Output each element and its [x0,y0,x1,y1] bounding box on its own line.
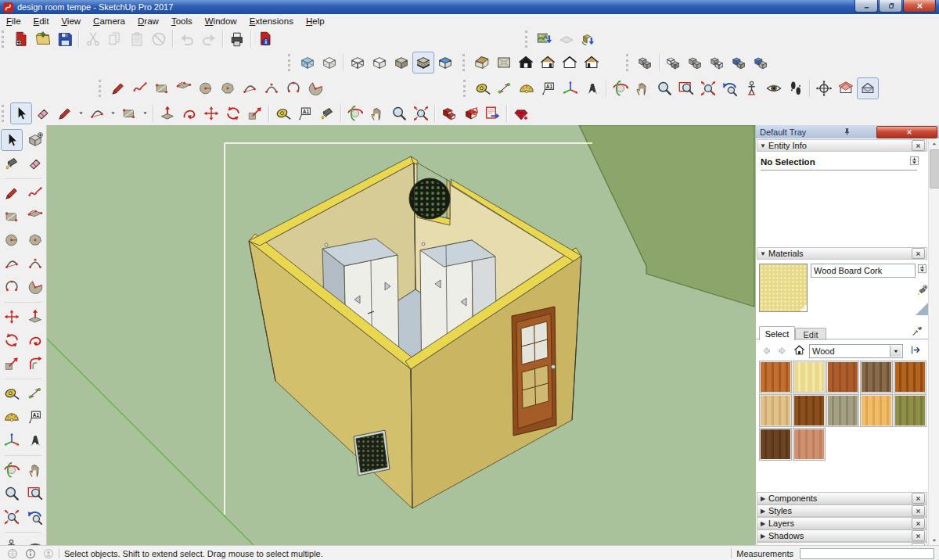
position-camera-button[interactable] [1,536,23,545]
geolocation-icon[interactable] [7,548,18,559]
tape-measure-button[interactable] [1,382,23,404]
toolbar-grip[interactable] [2,31,7,48]
door[interactable] [512,307,556,436]
follow-me-button[interactable] [178,102,200,124]
tray-scrollbar[interactable] [928,138,939,545]
material-swatch-3[interactable] [826,361,859,393]
toolbar-grip[interactable] [288,54,293,71]
three-point-arc-button[interactable] [282,77,304,99]
back-arrow-icon[interactable] [761,345,772,358]
extension-2-button[interactable] [460,102,482,124]
layers-close-icon[interactable] [912,518,925,529]
intersect-button[interactable] [663,52,685,74]
styles-header[interactable]: ▶Styles [757,504,927,517]
wall-vent[interactable] [354,430,390,476]
scale-button[interactable] [1,353,23,375]
zoom-extents-button[interactable] [410,102,432,124]
pan-button[interactable] [366,102,388,124]
text-button[interactable]: A1 [24,406,46,428]
toolbar-grip[interactable] [525,31,531,48]
previous-button[interactable] [719,77,741,99]
line-dropdown-arrow-icon[interactable] [76,103,86,124]
menu-edit[interactable]: Edit [27,16,56,27]
send-to-layout-button[interactable] [482,102,504,124]
toolbar-grip[interactable] [2,105,7,122]
get-models-button[interactable] [534,28,556,50]
pan-button[interactable] [631,77,653,99]
line-button[interactable] [107,77,129,99]
entity-details-toggle-icon[interactable] [909,156,919,167]
material-swatch-10[interactable] [894,394,926,427]
rotated-rectangle-button[interactable] [24,206,46,228]
left-view-button[interactable] [581,52,603,74]
dimensions-button[interactable] [24,382,46,404]
layers-header[interactable]: ▶Layers [757,517,927,529]
menu-view[interactable]: View [55,16,87,27]
axes-button[interactable] [1,429,23,451]
measurements-input[interactable] [800,548,934,559]
offset-button[interactable] [24,353,46,375]
position-camera-button[interactable] [741,77,763,99]
restore-button[interactable] [879,0,902,13]
freehand-button[interactable] [129,77,151,99]
hidden-line-button[interactable] [369,52,390,74]
arcs-button[interactable] [86,102,108,124]
pan-button[interactable] [24,459,46,481]
3d-text-button[interactable] [24,429,46,451]
select-button[interactable] [1,129,23,151]
two-point-arc-button[interactable] [261,77,282,99]
model-viewport[interactable] [47,125,756,545]
scroll-up-icon[interactable] [929,138,939,149]
freehand-button[interactable] [24,182,46,204]
forward-arrow-icon[interactable] [776,345,788,358]
minimize-button[interactable] [854,0,878,13]
toolbar-grip[interactable] [463,80,469,97]
print-button[interactable] [226,28,248,50]
shapes-dropdown-arrow-icon[interactable] [140,103,150,124]
menu-file[interactable]: File [0,16,27,27]
follow-me-button[interactable] [24,329,46,351]
protractor-button[interactable] [516,77,538,99]
trim-button[interactable] [729,52,750,74]
3d-text-button[interactable] [581,77,603,99]
share-component-button[interactable] [577,28,599,50]
collection-details-arrow-icon[interactable] [909,343,923,358]
tape-measure-button[interactable] [272,102,294,124]
section-plane-button[interactable] [813,77,835,99]
eraser-button[interactable] [32,102,54,124]
iso-view-button[interactable] [471,52,493,74]
line-button[interactable] [54,102,76,124]
wireframe-button[interactable] [347,52,369,74]
top-view-button[interactable] [493,52,515,74]
monochrome-button[interactable] [434,52,456,74]
axes-button[interactable] [559,77,581,99]
subtract-button[interactable] [707,52,729,74]
zoom-extents-button[interactable] [697,77,719,99]
scroll-down-icon[interactable] [929,535,939,545]
save-button[interactable] [54,28,76,50]
materials-header[interactable]: ▼ Materials [757,247,927,260]
toolbar-grip[interactable] [99,80,104,97]
tab-select[interactable]: Select [759,326,795,340]
select-button[interactable] [10,102,32,124]
arc-button[interactable] [239,77,261,99]
shapes-button[interactable] [118,102,140,124]
arc-button[interactable] [1,253,23,275]
sign-in-icon[interactable] [43,548,54,559]
material-swatch-11[interactable] [759,428,792,461]
material-swatch-9[interactable] [860,394,893,427]
styles-close-icon[interactable] [912,505,925,516]
open-button[interactable] [32,28,54,50]
dropdown-arrow-icon[interactable] [890,346,901,357]
extension-1-button[interactable] [438,102,460,124]
menu-camera[interactable]: Camera [87,16,131,27]
toolbar-grip[interactable] [626,54,631,71]
menu-extensions[interactable]: Extensions [243,16,300,27]
move-button[interactable] [200,102,222,124]
entity-info-close-icon[interactable] [912,140,925,151]
push-pull-button[interactable] [24,306,46,328]
orbit-button[interactable] [344,102,366,124]
pin-icon[interactable] [815,127,875,138]
right-view-button[interactable] [537,52,559,74]
zoom-window-button[interactable] [675,77,697,99]
